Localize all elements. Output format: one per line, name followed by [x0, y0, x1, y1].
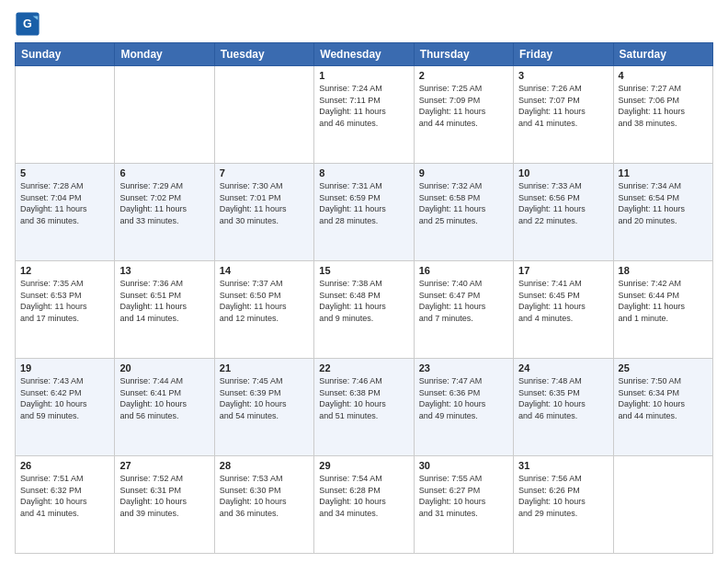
day-cell: 29Sunrise: 7:54 AM Sunset: 6:28 PM Dayli… — [314, 456, 414, 554]
day-info: Sunrise: 7:43 AM Sunset: 6:42 PM Dayligh… — [20, 375, 109, 421]
week-row-2: 5Sunrise: 7:28 AM Sunset: 7:04 PM Daylig… — [16, 164, 713, 261]
day-cell: 17Sunrise: 7:41 AM Sunset: 6:45 PM Dayli… — [514, 261, 613, 359]
week-row-5: 26Sunrise: 7:51 AM Sunset: 6:32 PM Dayli… — [16, 456, 713, 554]
day-number: 25 — [619, 362, 708, 373]
day-cell: 12Sunrise: 7:35 AM Sunset: 6:53 PM Dayli… — [16, 261, 115, 359]
day-cell: 23Sunrise: 7:47 AM Sunset: 6:36 PM Dayli… — [414, 359, 513, 456]
day-number: 8 — [319, 167, 408, 178]
day-info: Sunrise: 7:54 AM Sunset: 6:28 PM Dayligh… — [319, 473, 408, 519]
day-cell: 20Sunrise: 7:44 AM Sunset: 6:41 PM Dayli… — [115, 359, 214, 456]
day-cell: 1Sunrise: 7:24 AM Sunset: 7:11 PM Daylig… — [314, 66, 414, 164]
day-info: Sunrise: 7:48 AM Sunset: 6:35 PM Dayligh… — [518, 375, 608, 421]
day-cell: 13Sunrise: 7:36 AM Sunset: 6:51 PM Dayli… — [115, 261, 214, 359]
header: G — [15, 11, 713, 37]
col-header-tuesday: Tuesday — [214, 43, 313, 66]
day-number: 21 — [220, 362, 309, 373]
day-number: 20 — [119, 362, 209, 373]
day-cell — [613, 456, 712, 554]
day-info: Sunrise: 7:46 AM Sunset: 6:38 PM Dayligh… — [319, 375, 408, 421]
col-header-wednesday: Wednesday — [314, 43, 414, 66]
day-number: 14 — [220, 265, 309, 276]
day-number: 4 — [619, 70, 708, 81]
day-cell: 5Sunrise: 7:28 AM Sunset: 7:04 PM Daylig… — [16, 164, 115, 261]
day-info: Sunrise: 7:36 AM Sunset: 6:51 PM Dayligh… — [119, 278, 209, 324]
day-cell — [16, 66, 115, 164]
day-cell: 21Sunrise: 7:45 AM Sunset: 6:39 PM Dayli… — [214, 359, 313, 456]
day-info: Sunrise: 7:29 AM Sunset: 7:02 PM Dayligh… — [119, 180, 209, 226]
day-info: Sunrise: 7:47 AM Sunset: 6:36 PM Dayligh… — [419, 375, 508, 421]
day-number: 1 — [319, 70, 408, 81]
day-info: Sunrise: 7:50 AM Sunset: 6:34 PM Dayligh… — [619, 375, 708, 421]
logo-icon: G — [15, 11, 40, 37]
week-row-1: 1Sunrise: 7:24 AM Sunset: 7:11 PM Daylig… — [16, 66, 713, 164]
day-cell: 26Sunrise: 7:51 AM Sunset: 6:32 PM Dayli… — [16, 456, 115, 554]
day-info: Sunrise: 7:45 AM Sunset: 6:39 PM Dayligh… — [220, 375, 309, 421]
day-cell: 10Sunrise: 7:33 AM Sunset: 6:56 PM Dayli… — [514, 164, 613, 261]
day-number: 22 — [319, 362, 408, 373]
day-number: 19 — [20, 362, 109, 373]
day-cell: 31Sunrise: 7:56 AM Sunset: 6:26 PM Dayli… — [514, 456, 613, 554]
col-header-sunday: Sunday — [16, 43, 115, 66]
day-number: 6 — [119, 167, 209, 178]
day-info: Sunrise: 7:31 AM Sunset: 6:59 PM Dayligh… — [319, 180, 408, 226]
day-cell: 19Sunrise: 7:43 AM Sunset: 6:42 PM Dayli… — [16, 359, 115, 456]
day-cell: 27Sunrise: 7:52 AM Sunset: 6:31 PM Dayli… — [115, 456, 214, 554]
day-info: Sunrise: 7:30 AM Sunset: 7:01 PM Dayligh… — [220, 180, 309, 226]
svg-text:G: G — [23, 17, 32, 30]
day-info: Sunrise: 7:26 AM Sunset: 7:07 PM Dayligh… — [518, 83, 608, 129]
day-info: Sunrise: 7:55 AM Sunset: 6:27 PM Dayligh… — [419, 473, 508, 519]
day-cell: 15Sunrise: 7:38 AM Sunset: 6:48 PM Dayli… — [314, 261, 414, 359]
day-info: Sunrise: 7:32 AM Sunset: 6:58 PM Dayligh… — [419, 180, 508, 226]
day-cell: 28Sunrise: 7:53 AM Sunset: 6:30 PM Dayli… — [214, 456, 313, 554]
calendar-header-row: SundayMondayTuesdayWednesdayThursdayFrid… — [16, 43, 713, 66]
day-cell: 18Sunrise: 7:42 AM Sunset: 6:44 PM Dayli… — [613, 261, 712, 359]
day-cell: 2Sunrise: 7:25 AM Sunset: 7:09 PM Daylig… — [414, 66, 513, 164]
day-cell: 4Sunrise: 7:27 AM Sunset: 7:06 PM Daylig… — [613, 66, 712, 164]
day-number: 26 — [20, 460, 109, 471]
day-info: Sunrise: 7:42 AM Sunset: 6:44 PM Dayligh… — [619, 278, 708, 324]
day-info: Sunrise: 7:44 AM Sunset: 6:41 PM Dayligh… — [119, 375, 209, 421]
day-cell: 24Sunrise: 7:48 AM Sunset: 6:35 PM Dayli… — [514, 359, 613, 456]
day-info: Sunrise: 7:37 AM Sunset: 6:50 PM Dayligh… — [220, 278, 309, 324]
col-header-thursday: Thursday — [414, 43, 513, 66]
week-row-3: 12Sunrise: 7:35 AM Sunset: 6:53 PM Dayli… — [16, 261, 713, 359]
day-cell: 7Sunrise: 7:30 AM Sunset: 7:01 PM Daylig… — [214, 164, 313, 261]
day-info: Sunrise: 7:25 AM Sunset: 7:09 PM Dayligh… — [419, 83, 508, 129]
day-number: 17 — [518, 265, 608, 276]
day-number: 24 — [518, 362, 608, 373]
day-info: Sunrise: 7:40 AM Sunset: 6:47 PM Dayligh… — [419, 278, 508, 324]
day-number: 13 — [119, 265, 209, 276]
day-number: 31 — [518, 460, 608, 471]
day-cell: 30Sunrise: 7:55 AM Sunset: 6:27 PM Dayli… — [414, 456, 513, 554]
day-number: 9 — [419, 167, 508, 178]
day-number: 28 — [220, 460, 309, 471]
day-cell: 8Sunrise: 7:31 AM Sunset: 6:59 PM Daylig… — [314, 164, 414, 261]
day-info: Sunrise: 7:27 AM Sunset: 7:06 PM Dayligh… — [619, 83, 708, 129]
day-number: 5 — [20, 167, 109, 178]
day-info: Sunrise: 7:35 AM Sunset: 6:53 PM Dayligh… — [20, 278, 109, 324]
day-number: 12 — [20, 265, 109, 276]
day-info: Sunrise: 7:34 AM Sunset: 6:54 PM Dayligh… — [619, 180, 708, 226]
day-number: 15 — [319, 265, 408, 276]
day-number: 18 — [619, 265, 708, 276]
day-cell: 11Sunrise: 7:34 AM Sunset: 6:54 PM Dayli… — [613, 164, 712, 261]
day-cell: 9Sunrise: 7:32 AM Sunset: 6:58 PM Daylig… — [414, 164, 513, 261]
day-number: 23 — [419, 362, 508, 373]
day-info: Sunrise: 7:28 AM Sunset: 7:04 PM Dayligh… — [20, 180, 109, 226]
day-info: Sunrise: 7:56 AM Sunset: 6:26 PM Dayligh… — [518, 473, 608, 519]
day-number: 30 — [419, 460, 508, 471]
day-info: Sunrise: 7:52 AM Sunset: 6:31 PM Dayligh… — [119, 473, 209, 519]
day-info: Sunrise: 7:41 AM Sunset: 6:45 PM Dayligh… — [518, 278, 608, 324]
calendar-table: SundayMondayTuesdayWednesdayThursdayFrid… — [15, 42, 713, 554]
day-number: 2 — [419, 70, 508, 81]
logo: G — [15, 11, 44, 37]
day-number: 27 — [119, 460, 209, 471]
day-number: 3 — [518, 70, 608, 81]
day-number: 7 — [220, 167, 309, 178]
col-header-monday: Monday — [115, 43, 214, 66]
day-cell — [115, 66, 214, 164]
day-cell: 16Sunrise: 7:40 AM Sunset: 6:47 PM Dayli… — [414, 261, 513, 359]
day-info: Sunrise: 7:24 AM Sunset: 7:11 PM Dayligh… — [319, 83, 408, 129]
day-cell: 22Sunrise: 7:46 AM Sunset: 6:38 PM Dayli… — [314, 359, 414, 456]
day-number: 10 — [518, 167, 608, 178]
